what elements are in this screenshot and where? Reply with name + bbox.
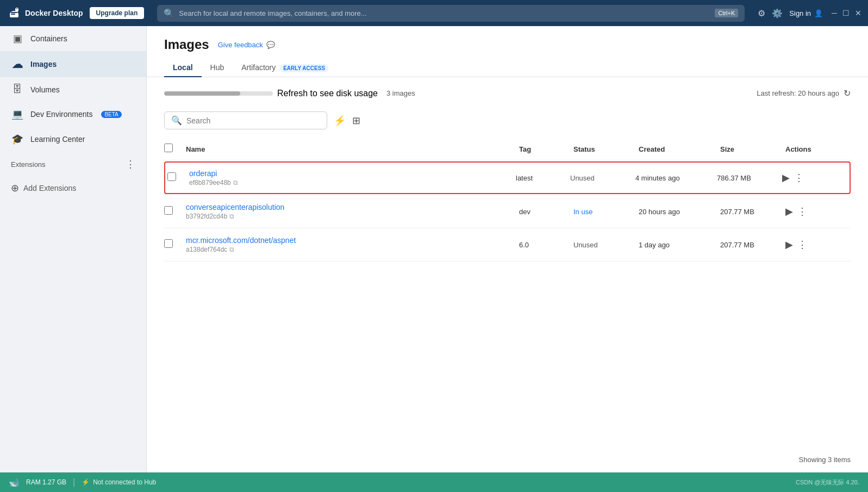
svg-point-3	[16, 8, 17, 9]
connection-text: Not connected to Hub	[93, 478, 156, 486]
columns-icon[interactable]: ⊞	[352, 115, 360, 127]
learning-center-icon: 🎓	[11, 133, 24, 145]
row-2-checkbox[interactable]	[164, 206, 173, 215]
select-all-checkbox[interactable]	[164, 144, 173, 152]
sidebar-item-dev-environments[interactable]: 💻 Dev Environments BETA	[0, 102, 146, 127]
filter-icon[interactable]: ⚡	[334, 115, 346, 127]
sidebar-item-containers[interactable]: ▣ Containers	[0, 26, 146, 51]
feedback-icon: 💬	[266, 41, 275, 49]
footer: Showing 3 items	[147, 447, 868, 472]
image-name-converseapi[interactable]: converseapicenterapisolution	[186, 203, 519, 211]
global-search-bar[interactable]: 🔍 Ctrl+K	[157, 5, 745, 22]
more-options-button[interactable]: ⋮	[794, 172, 804, 184]
row-size: 207.77 MB	[720, 241, 785, 249]
row-created: 1 day ago	[639, 241, 720, 249]
row-checkbox-cell	[164, 206, 186, 217]
row-status[interactable]: In use	[573, 208, 639, 216]
image-hash: b3792fd2cd4b ⧉	[186, 213, 519, 220]
row-3-checkbox[interactable]	[164, 239, 173, 248]
image-name-orderapi[interactable]: orderapi	[189, 169, 516, 178]
sidebar-label-containers: Containers	[30, 34, 67, 43]
sidebar-label-volumes: Volumes	[30, 85, 60, 94]
run-button[interactable]: ▶	[782, 172, 790, 184]
row-1-checkbox[interactable]	[167, 172, 176, 181]
extensions-icon[interactable]: ⚙	[758, 8, 765, 18]
upgrade-plan-button[interactable]: Upgrade plan	[90, 7, 145, 19]
row-tag: latest	[516, 174, 570, 182]
row-name-cell: mcr.microsoft.com/dotnet/aspnet a138def7…	[186, 236, 519, 253]
disk-bar	[164, 91, 240, 96]
global-search-input[interactable]	[179, 9, 710, 17]
row-actions: ▶ ⋮	[785, 205, 851, 217]
copy-hash-icon[interactable]: ⧉	[229, 246, 234, 253]
run-button[interactable]: ▶	[785, 239, 793, 251]
row-name-cell: orderapi ef8b879ee48b ⧉	[189, 169, 516, 186]
images-table: Name Tag Status Created Size Actions ord…	[147, 138, 868, 447]
col-tag: Tag	[519, 145, 573, 153]
content-area: Images Give feedback 💬 Local Hub Artifac…	[147, 26, 868, 472]
dev-environments-icon: 💻	[11, 108, 24, 120]
table-header: Name Tag Status Created Size Actions	[164, 138, 851, 160]
svg-rect-0	[11, 12, 17, 13]
more-options-button[interactable]: ⋮	[797, 205, 807, 217]
row-checkbox-cell	[167, 172, 189, 183]
row-created: 4 minutes ago	[635, 174, 717, 182]
select-all-cell	[164, 144, 186, 154]
row-actions: ▶ ⋮	[782, 172, 847, 184]
last-refresh-text: Last refresh: 20 hours ago	[757, 89, 839, 97]
tab-hub[interactable]: Hub	[202, 59, 233, 77]
disk-bar-container	[164, 91, 273, 96]
row-tag: 6.0	[519, 241, 573, 249]
keyboard-shortcut: Ctrl+K	[715, 9, 738, 17]
table-row: converseapicenterapisolution b3792fd2cd4…	[164, 195, 851, 228]
volumes-icon: 🗄	[11, 84, 24, 95]
table-row: mcr.microsoft.com/dotnet/aspnet a138def7…	[164, 228, 851, 261]
maximize-button[interactable]: ☐	[842, 9, 850, 17]
sidebar-label-images: Images	[30, 60, 57, 68]
images-count: 3 images	[386, 89, 415, 97]
statusbar: 🐋 RAM 1.27 GB | ⚡ Not connected to Hub C…	[0, 472, 868, 492]
extensions-more-icon[interactable]: ⋮	[126, 158, 135, 170]
feedback-label: Give feedback	[218, 41, 263, 49]
sidebar-item-learning-center[interactable]: 🎓 Learning Center	[0, 127, 146, 152]
sidebar-item-images[interactable]: ☁ Images	[0, 51, 146, 77]
refresh-icon[interactable]: ↻	[844, 88, 851, 98]
image-name-aspnet[interactable]: mcr.microsoft.com/dotnet/aspnet	[186, 236, 519, 245]
early-access-badge: EARLY ACCESS	[280, 64, 328, 72]
close-button[interactable]: ✕	[855, 9, 861, 17]
sign-in-button[interactable]: Sign in 👤	[789, 9, 823, 17]
titlebar-actions: ⚙ ⚙️ Sign in 👤	[758, 8, 823, 18]
add-icon: ⊕	[11, 182, 19, 194]
sidebar-label-learning-center: Learning Center	[30, 135, 85, 144]
run-button[interactable]: ▶	[785, 205, 793, 217]
app-logo: Docker Desktop	[7, 5, 83, 21]
more-options-button[interactable]: ⋮	[797, 239, 807, 251]
row-status: Unused	[570, 174, 635, 182]
row-status: Unused	[573, 241, 639, 249]
feedback-link[interactable]: Give feedback 💬	[218, 41, 275, 49]
titlebar: Docker Desktop Upgrade plan 🔍 Ctrl+K ⚙ ⚙…	[0, 0, 868, 26]
col-size: Size	[720, 145, 785, 153]
toolbar: 🔍 ⚡ ⊞	[147, 107, 868, 138]
add-extensions-item[interactable]: ⊕ Add Extensions	[0, 177, 146, 200]
image-hash: a138def764dc ⧉	[186, 246, 519, 253]
disk-section: Refresh to see disk usage 3 images Last …	[147, 77, 868, 107]
search-input[interactable]	[186, 116, 320, 125]
beta-badge: BETA	[101, 111, 121, 118]
svg-rect-1	[11, 14, 15, 15]
row-size: 786.37 MB	[717, 174, 782, 182]
sidebar: ▣ Containers ☁ Images 🗄 Volumes 💻 Dev En…	[0, 26, 147, 472]
copy-hash-icon[interactable]: ⧉	[229, 213, 234, 220]
page-title: Images	[164, 37, 209, 52]
disk-right: Last refresh: 20 hours ago ↻	[757, 88, 851, 98]
copy-hash-icon[interactable]: ⧉	[233, 179, 238, 186]
tab-local[interactable]: Local	[164, 59, 202, 77]
minimize-button[interactable]: ─	[832, 9, 837, 17]
showing-count: Showing 3 items	[799, 456, 851, 464]
search-input-wrap[interactable]: 🔍	[164, 111, 327, 129]
settings-icon[interactable]: ⚙️	[772, 8, 783, 18]
tab-artifactory[interactable]: Artifactory EARLY ACCESS	[233, 59, 337, 77]
main-layout: ▣ Containers ☁ Images 🗄 Volumes 💻 Dev En…	[0, 26, 868, 472]
sidebar-item-volumes[interactable]: 🗄 Volumes	[0, 77, 146, 102]
tabs: Local Hub Artifactory EARLY ACCESS	[147, 52, 868, 77]
